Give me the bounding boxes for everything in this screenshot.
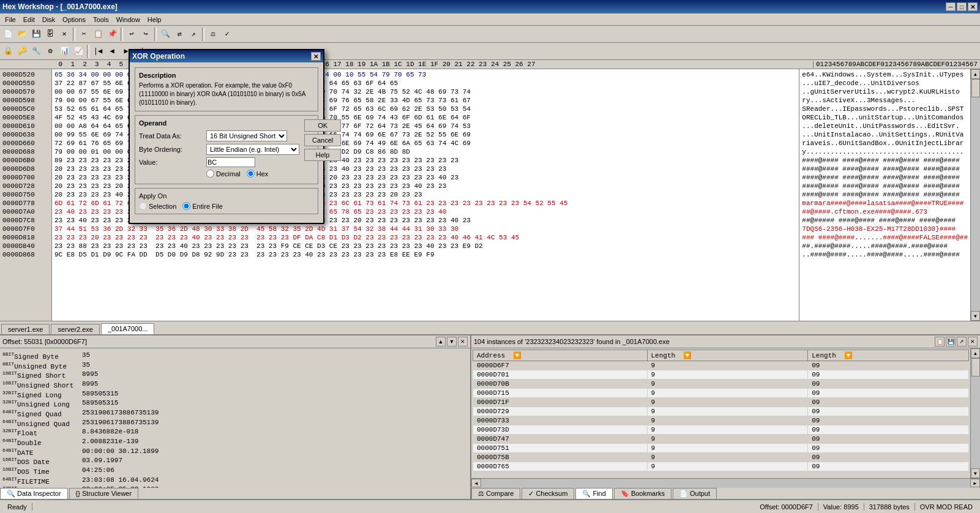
ok-button[interactable]: OK — [304, 119, 341, 132]
scroll-up-button[interactable]: ▲ — [971, 69, 980, 79]
save-button[interactable]: 💾 — [29, 28, 43, 41]
result-row[interactable]: 0000D715909 — [473, 389, 969, 398]
results-hscroll[interactable]: ◀ ▶ — [471, 478, 980, 488]
fr-float[interactable]: ↗ — [957, 337, 967, 346]
menu-options[interactable]: Options — [59, 15, 89, 24]
results-scroll-up[interactable]: ▲ — [971, 348, 980, 358]
di-value: 23:03:08 16.04.9624 — [82, 476, 159, 485]
entire-file-radio-label: Entire File — [182, 202, 223, 210]
find-button[interactable]: 🔍 — [159, 28, 172, 41]
undo-button[interactable]: ↩ — [125, 28, 138, 41]
addr-row: 0000D700 — [2, 173, 49, 182]
tb2-btn4[interactable]: ⚙ — [43, 45, 57, 58]
xor-dialog[interactable]: XOR Operation ✕ Description Performs a X… — [129, 49, 324, 224]
fr-copy[interactable]: 📋 — [935, 337, 944, 346]
result-row[interactable]: 0000D733909 — [473, 416, 969, 425]
cancel-button[interactable]: Cancel — [304, 134, 341, 146]
new-button[interactable]: 📄 — [1, 28, 15, 41]
scroll-thumb[interactable] — [971, 79, 980, 97]
tb2-btn6[interactable]: 📈 — [72, 45, 85, 58]
help-button[interactable]: Help — [304, 149, 341, 161]
result-row[interactable]: 0000D70B909 — [473, 380, 969, 389]
hex-radio[interactable] — [247, 170, 255, 178]
save-all-button[interactable]: 🗄 — [43, 28, 57, 41]
tab-find[interactable]: 🔍 Find — [575, 488, 612, 499]
close-file-button[interactable]: ✕ — [58, 28, 71, 41]
tb2-btn2[interactable]: 🔑 — [15, 45, 29, 58]
menu-window[interactable]: Window — [113, 15, 144, 24]
hscroll-track[interactable] — [481, 479, 970, 488]
replace-button[interactable]: ⇄ — [173, 28, 186, 41]
di-row-32bit-float: 32BITFloat 8.8436882e-018 — [2, 428, 468, 437]
di-close[interactable]: ✕ — [458, 337, 468, 346]
open-button[interactable]: 📂 — [15, 28, 29, 41]
tb2-btn5[interactable]: 📊 — [58, 45, 71, 58]
ascii-column[interactable]: e64..KWindows...System...SysInit..UTypes… — [799, 69, 970, 321]
maximize-button[interactable]: □ — [957, 2, 967, 11]
hscroll-right[interactable]: ▶ — [970, 479, 980, 487]
tb2-btn3[interactable]: 🔧 — [29, 45, 43, 58]
result-row[interactable]: 0000D73D909 — [473, 425, 969, 435]
tab-data-inspector[interactable]: 🔍 Data Inspector — [0, 488, 68, 499]
byteorder-select[interactable]: Little Endian (e.g. Intel)Big Endian (e.… — [206, 144, 299, 155]
tab-server2[interactable]: server2.exe — [51, 324, 99, 334]
result-row[interactable]: 0000D71F909 — [473, 398, 969, 407]
tab-structure-viewer[interactable]: {} Structure Viewer — [69, 488, 139, 499]
tb2-btn7[interactable]: |◀ — [91, 45, 105, 58]
result-row[interactable]: 0000D747909 — [473, 435, 969, 444]
selection-radio[interactable] — [139, 202, 147, 210]
tb2-btn8[interactable]: ◀ — [105, 45, 119, 58]
treat-data-select[interactable]: 8 Bit Signed Byte8 Bit Unsigned Byte16 B… — [206, 130, 287, 141]
tab-bookmarks[interactable]: 🔖 Bookmarks — [614, 488, 671, 499]
result-row[interactable]: 0000D6F7909 — [473, 361, 969, 370]
tb2-btn1[interactable]: 🔒 — [1, 45, 15, 58]
redo-button[interactable]: ↪ — [139, 28, 152, 41]
tab-checksum[interactable]: ✓ Checksum — [522, 488, 574, 499]
checksum-button[interactable]: ✓ — [220, 28, 234, 41]
decimal-radio[interactable] — [206, 170, 214, 178]
result-row[interactable]: 0000D75B909 — [473, 453, 969, 462]
goto-button[interactable]: ↗ — [187, 28, 200, 41]
tab-output[interactable]: 📄 Output — [673, 488, 717, 499]
results-scroll-thumb[interactable] — [971, 358, 980, 376]
fr-export[interactable]: 💾 — [946, 337, 956, 346]
ascii-row: ####@#### ####@#### ####@#### ####@#### — [802, 182, 968, 190]
di-scroll-up[interactable]: ▲ — [436, 337, 446, 346]
menu-file[interactable]: File — [1, 15, 20, 24]
value-input[interactable] — [206, 157, 255, 167]
dialog-title-text: XOR Operation — [132, 52, 185, 61]
result-row[interactable]: 0000D701909 — [473, 370, 969, 380]
dialog-close-button[interactable]: ✕ — [311, 52, 321, 61]
result-row[interactable]: 0000D765909 — [473, 462, 969, 471]
menu-disk[interactable]: Disk — [39, 15, 59, 24]
minimize-button[interactable]: ─ — [946, 2, 956, 11]
cut-button[interactable]: ✂ — [77, 28, 91, 41]
results-scroll-track[interactable] — [971, 358, 980, 468]
hscroll-left[interactable]: ◀ — [471, 479, 481, 487]
paste-button[interactable]: 📌 — [105, 28, 119, 41]
di-scroll-down[interactable]: ▼ — [447, 337, 457, 346]
close-button[interactable]: ✕ — [968, 2, 978, 11]
addr-row: 0000D7A0 — [2, 208, 49, 216]
di-value: 8995 — [82, 380, 98, 389]
di-row-64bit-double: 64BITDouble 2.0088231e-139 — [2, 438, 468, 447]
entire-file-radio[interactable] — [182, 202, 190, 210]
ascii-row: ####@#### ####@#### ####@#### ####@#### — [802, 173, 968, 182]
scroll-down-button[interactable]: ▼ — [971, 311, 980, 321]
tab-001a7000[interactable]: _001A7000... — [101, 323, 154, 334]
tab-compare[interactable]: ⚖ Compare — [471, 488, 520, 499]
compare-button[interactable]: ⚖ — [206, 28, 220, 41]
result-row[interactable]: 0000D729909 — [473, 407, 969, 416]
results-scroll-down[interactable]: ▼ — [971, 468, 980, 478]
menu-edit[interactable]: Edit — [20, 15, 39, 24]
scroll-track[interactable] — [971, 79, 980, 311]
fr-close[interactable]: ✕ — [968, 337, 978, 346]
copy-button[interactable]: 📋 — [91, 28, 105, 41]
results-scrollbar[interactable]: ▲ ▼ — [970, 348, 980, 478]
di-row-64bit-filetime: 64BITFILETIME 23:03:08 16.04.9624 — [2, 476, 468, 485]
hex-scrollbar[interactable]: ▲ ▼ — [970, 69, 980, 321]
result-row[interactable]: 0000D751909 — [473, 444, 969, 453]
menu-tools[interactable]: Tools — [89, 15, 113, 24]
tab-server1[interactable]: server1.exe — [1, 324, 50, 334]
menu-help[interactable]: Help — [144, 15, 165, 24]
